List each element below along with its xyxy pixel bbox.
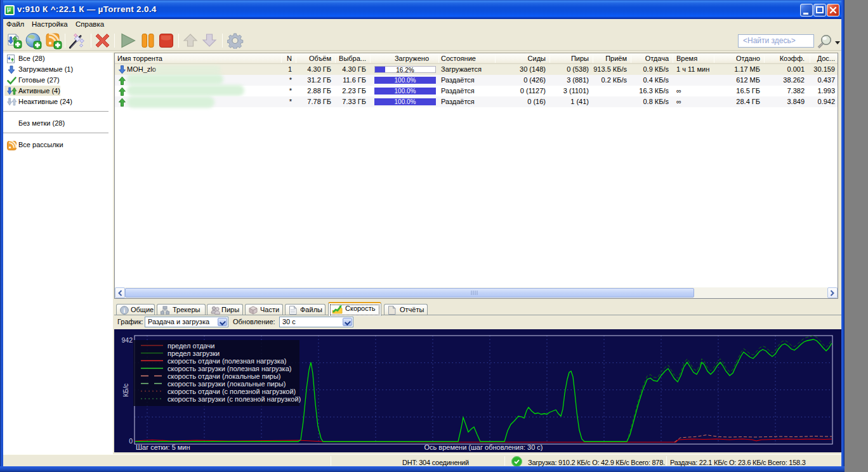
svg-text:скорость загрузки (полезная на: скорость загрузки (полезная нагрузка) xyxy=(168,365,291,372)
svg-text:0: 0 xyxy=(129,437,133,445)
svg-text:Ось времени (шаг обновления: 3: Ось времени (шаг обновления: 30 с) xyxy=(424,443,542,451)
svg-text:предел загрузки: предел загрузки xyxy=(168,350,220,357)
svg-text:КБ/с: КБ/с xyxy=(122,383,129,397)
svg-text:скорость отдачи (полезная нагр: скорость отдачи (полезная нагрузка) xyxy=(168,357,287,365)
svg-text:скорость загрузки (с полезной: скорость загрузки (с полезной нагрузкой) xyxy=(168,395,301,403)
svg-text:Шаг сетки: 5 мин: Шаг сетки: 5 мин xyxy=(136,443,190,451)
svg-text:скорость отдачи (с полезной на: скорость отдачи (с полезной нагрузкой) xyxy=(168,388,296,395)
svg-text:942: 942 xyxy=(121,336,133,344)
svg-text:скорость отдачи (локальные пир: скорость отдачи (локальные пиры) xyxy=(168,372,280,380)
svg-text:предел отдачи: предел отдачи xyxy=(168,342,214,350)
svg-text:i: i xyxy=(124,307,126,314)
svg-text:скорость загрузки (локальные п: скорость загрузки (локальные пиры) xyxy=(168,380,286,388)
